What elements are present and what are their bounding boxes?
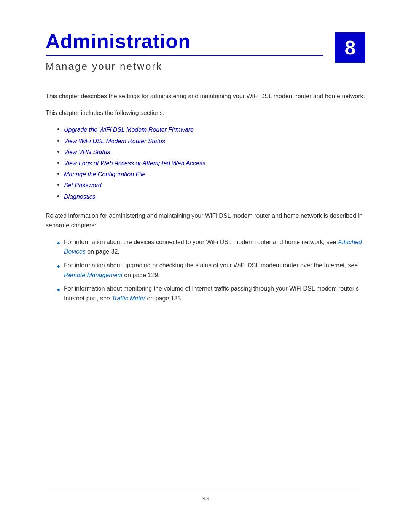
related-list: For information about the devices connec… [46, 237, 365, 304]
title-block: Administration Manage your network [46, 30, 323, 72]
related-item-1-main: For information about the devices connec… [64, 239, 338, 245]
list-item: Manage the Configuration File [57, 169, 365, 179]
link-set-password[interactable]: Set Password [64, 182, 102, 189]
related-item-3-suffix: on page 133. [145, 295, 183, 302]
link-upgrade-firmware[interactable]: Upgrade the WiFi DSL Modem Router Firmwa… [64, 126, 194, 133]
link-diagnostics[interactable]: Diagnostics [64, 193, 96, 200]
link-remote-management[interactable]: Remote Management [64, 272, 123, 278]
link-view-vpn[interactable]: View VPN Status [64, 149, 110, 155]
header-section: Administration Manage your network 8 [46, 30, 365, 72]
chapter-subtitle: Manage your network [46, 61, 323, 72]
related-paragraph: Related information for administering an… [46, 211, 365, 230]
page-container: Administration Manage your network 8 Thi… [0, 0, 411, 532]
footer-divider [46, 489, 365, 489]
list-item: For information about the devices connec… [57, 237, 365, 257]
chapter-number-box: 8 [335, 32, 365, 63]
list-item: For information about upgrading or check… [57, 260, 365, 280]
title-divider [46, 55, 323, 56]
chapter-title: Administration [46, 30, 323, 52]
list-item: View Logs of Web Access or Attempted Web… [57, 158, 365, 168]
intro-paragraph-1: This chapter describes the settings for … [46, 91, 365, 101]
list-item: View VPN Status [57, 147, 365, 157]
footer-section: 93 [46, 473, 365, 502]
related-item-3-main: For information about monitoring the vol… [64, 285, 359, 302]
toc-list: Upgrade the WiFi DSL Modem Router Firmwa… [46, 125, 365, 201]
chapter-number: 8 [345, 38, 356, 58]
list-item: Diagnostics [57, 192, 365, 202]
link-manage-config[interactable]: Manage the Configuration File [64, 171, 145, 177]
list-item: Set Password [57, 180, 365, 190]
list-item: For information about monitoring the vol… [57, 284, 365, 303]
link-view-logs[interactable]: View Logs of Web Access or Attempted Web… [64, 160, 206, 166]
related-item-2-suffix: on page 129. [123, 272, 160, 278]
related-item-1-suffix: on page 32. [86, 248, 119, 255]
content-body: This chapter describes the settings for … [46, 91, 365, 473]
list-item: View WiFi DSL Modem Router Status [57, 136, 365, 146]
related-item-2-main: For information about upgrading or check… [64, 262, 358, 268]
page-number: 93 [46, 495, 365, 502]
link-traffic-meter[interactable]: Traffic Meter [112, 295, 145, 302]
link-view-status[interactable]: View WiFi DSL Modem Router Status [64, 138, 165, 144]
list-item: Upgrade the WiFi DSL Modem Router Firmwa… [57, 125, 365, 135]
intro-paragraph-2: This chapter includes the following sect… [46, 108, 365, 118]
